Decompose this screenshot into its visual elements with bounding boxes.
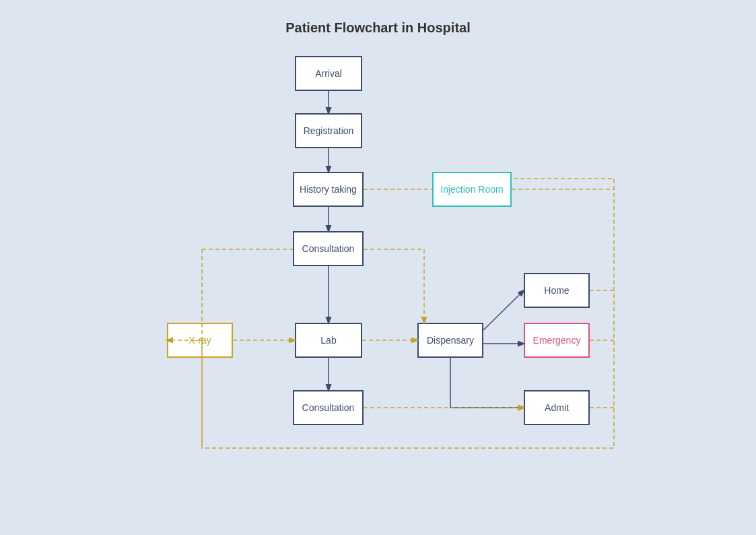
emergency-node: Emergency bbox=[524, 323, 590, 358]
page-title: Patient Flowchart in Hospital bbox=[0, 0, 756, 36]
arrival-node: Arrival bbox=[295, 56, 362, 91]
consultation2-node: Consultation bbox=[293, 390, 364, 425]
dispensary-node: Dispensary bbox=[417, 323, 483, 358]
lab-node: Lab bbox=[295, 323, 362, 358]
xray-node: X-ray bbox=[167, 323, 233, 358]
consultation1-node: Consultation bbox=[293, 231, 364, 266]
home-node: Home bbox=[524, 273, 590, 308]
admit-node: Admit bbox=[524, 390, 590, 425]
history-node: History taking bbox=[293, 172, 364, 207]
injection-room-node: Injection Room bbox=[432, 172, 512, 207]
registration-node: Registration bbox=[295, 113, 362, 148]
flowchart-svg bbox=[0, 0, 756, 535]
svg-line-7 bbox=[483, 290, 524, 330]
